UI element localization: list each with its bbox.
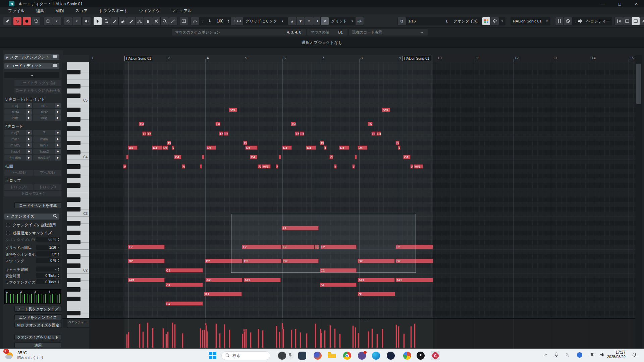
piano-key-white[interactable] bbox=[67, 226, 89, 231]
move-down-button[interactable]: ▼ bbox=[297, 17, 305, 25]
taskbar-app-explorer[interactable] bbox=[327, 351, 336, 360]
midi-note[interactable] bbox=[355, 155, 357, 159]
velocity-bar[interactable] bbox=[245, 329, 247, 348]
midi-note[interactable]: A#3 bbox=[182, 164, 185, 169]
velocity-bar[interactable] bbox=[200, 328, 201, 348]
piano-key-white[interactable] bbox=[67, 136, 89, 141]
chord-play-button[interactable]: ▶ bbox=[26, 142, 32, 148]
velocity-bar[interactable] bbox=[174, 324, 176, 348]
menu-item[interactable]: MIDI bbox=[51, 8, 68, 14]
velocity-bar[interactable] bbox=[339, 334, 341, 348]
window-layout-dropdown[interactable]: ▼ bbox=[52, 17, 61, 25]
chord-play-button[interactable]: ▶ bbox=[26, 130, 32, 135]
move-up-more-button[interactable]: ⬆ bbox=[305, 17, 313, 25]
link-grid-label[interactable]: グリッドにリンク bbox=[244, 19, 279, 24]
velocity-bar[interactable] bbox=[276, 326, 277, 348]
auto-select-dropdown[interactable]: ▼ bbox=[72, 17, 81, 25]
midi-note[interactable]: F4 bbox=[371, 131, 376, 136]
chord-play-button[interactable]: ▶ bbox=[55, 103, 61, 108]
velocity-bar[interactable] bbox=[147, 322, 149, 348]
midi-note[interactable]: A#1 bbox=[128, 278, 165, 282]
midi-note[interactable] bbox=[200, 164, 202, 169]
taskbar-app-browser2[interactable] bbox=[402, 351, 412, 360]
midi-note[interactable]: D#4 bbox=[243, 141, 247, 145]
midi-note[interactable]: F2 bbox=[128, 245, 165, 249]
piano-key-white[interactable] bbox=[67, 202, 89, 207]
lane-handle[interactable]: ╌╌╌╌╌ bbox=[360, 319, 370, 320]
midi-note[interactable]: C4 bbox=[250, 155, 257, 159]
midi-note[interactable]: D#4 bbox=[395, 141, 399, 145]
draw-note-tool-button[interactable] bbox=[102, 17, 110, 25]
chord-play-button[interactable]: ▶ bbox=[55, 155, 61, 161]
midi-note[interactable]: D4 bbox=[245, 145, 258, 150]
match-chord-track-button[interactable]: コードトラックに合わせる bbox=[14, 88, 61, 94]
menu-item[interactable]: ファイル bbox=[3, 7, 29, 14]
midi-note[interactable]: A#1 bbox=[358, 278, 395, 282]
velocity-bar[interactable] bbox=[244, 331, 245, 348]
midi-note[interactable]: F4 bbox=[224, 131, 228, 136]
velocity-bar[interactable] bbox=[398, 326, 399, 348]
velocity-bar[interactable] bbox=[279, 331, 280, 348]
taskbar-app-mail[interactable] bbox=[357, 351, 367, 360]
taskbar-app-edge[interactable] bbox=[371, 351, 381, 360]
piano-key-black[interactable] bbox=[67, 231, 80, 235]
close-button[interactable]: ✕ bbox=[629, 0, 643, 7]
midi-note[interactable]: F4 bbox=[147, 131, 152, 136]
velocity-bar[interactable] bbox=[215, 323, 217, 348]
velocity-bar[interactable] bbox=[334, 328, 336, 348]
piano-key-white[interactable] bbox=[67, 179, 89, 183]
part-selector[interactable]: HALion Sonic 01 bbox=[511, 19, 544, 23]
search-input[interactable]: 検索 bbox=[221, 351, 270, 360]
velocity-bar[interactable] bbox=[355, 327, 356, 348]
midi-note[interactable]: F4 bbox=[295, 131, 299, 136]
piano-key-black[interactable] bbox=[67, 197, 80, 202]
menu-item[interactable]: マニュアル bbox=[166, 7, 196, 14]
velocity-bar[interactable] bbox=[229, 329, 230, 348]
chord-play-button[interactable]: ▶ bbox=[26, 155, 32, 161]
midi-note[interactable]: D4 bbox=[282, 145, 292, 150]
piano-key-black[interactable] bbox=[67, 240, 80, 245]
midi-note[interactable]: A#3 bbox=[414, 164, 423, 169]
right-zone-button[interactable] bbox=[632, 17, 640, 25]
velocity-bar[interactable] bbox=[352, 325, 354, 348]
window-zone-button[interactable] bbox=[623, 17, 631, 25]
chord-play-button[interactable]: ▶ bbox=[55, 136, 61, 142]
midi-note[interactable]: F4 bbox=[142, 131, 147, 136]
taskbar-app-steam[interactable] bbox=[386, 351, 395, 360]
midi-note[interactable]: G4 bbox=[368, 122, 373, 126]
velocity-bar[interactable] bbox=[358, 333, 359, 348]
drop24-button[interactable]: ドロップ2 + 4 bbox=[4, 191, 61, 196]
piano-key-white[interactable] bbox=[67, 273, 89, 278]
vertical-scrollbar[interactable] bbox=[635, 55, 642, 349]
timeline-ruler[interactable]: 13456789101112131415HALion Sonic 01HALio… bbox=[89, 55, 635, 62]
velocity-bar[interactable] bbox=[295, 329, 297, 348]
midi-note[interactable]: D4 bbox=[339, 145, 349, 150]
velocity-lane-label[interactable]: ベロシティー bbox=[67, 319, 89, 328]
quantize-action-button[interactable]: ノート長をクオンタイズ bbox=[14, 306, 61, 312]
midi-note[interactable]: F1 bbox=[165, 301, 203, 306]
velocity-bar[interactable] bbox=[202, 330, 204, 348]
tray-volume-icon[interactable] bbox=[600, 352, 604, 358]
midi-note[interactable]: C2 bbox=[165, 268, 203, 273]
chord-button[interactable]: maj7/#5▶ bbox=[33, 155, 61, 161]
glue-tool-button[interactable] bbox=[144, 17, 152, 25]
chord-button[interactable]: minj7▶ bbox=[33, 142, 61, 148]
velocity-bar[interactable] bbox=[282, 329, 284, 348]
velocity-bar[interactable] bbox=[368, 331, 369, 348]
menu-item[interactable]: トランスポート bbox=[94, 7, 132, 14]
velocity-bar[interactable] bbox=[306, 333, 308, 348]
add-chord-track-button[interactable]: コードトラックを追加 bbox=[14, 80, 61, 86]
grid-minus-plus-button[interactable]: -|+ bbox=[356, 17, 364, 25]
taskbar-app-chrome[interactable] bbox=[342, 351, 352, 360]
velocity-bar[interactable] bbox=[165, 334, 167, 348]
show-part-borders-button[interactable] bbox=[180, 17, 188, 25]
piano-key-white[interactable] bbox=[67, 315, 89, 318]
midi-note[interactable]: A#4 bbox=[382, 108, 390, 112]
velocity-bar[interactable] bbox=[162, 328, 164, 348]
iq-checkbox[interactable] bbox=[6, 231, 10, 235]
layers-button[interactable] bbox=[491, 17, 499, 25]
velocity-bar[interactable] bbox=[258, 329, 259, 348]
chord-play-button[interactable]: ▶ bbox=[55, 115, 61, 121]
tray-wifi-icon[interactable] bbox=[590, 352, 594, 358]
velocity-bar[interactable] bbox=[371, 328, 373, 348]
